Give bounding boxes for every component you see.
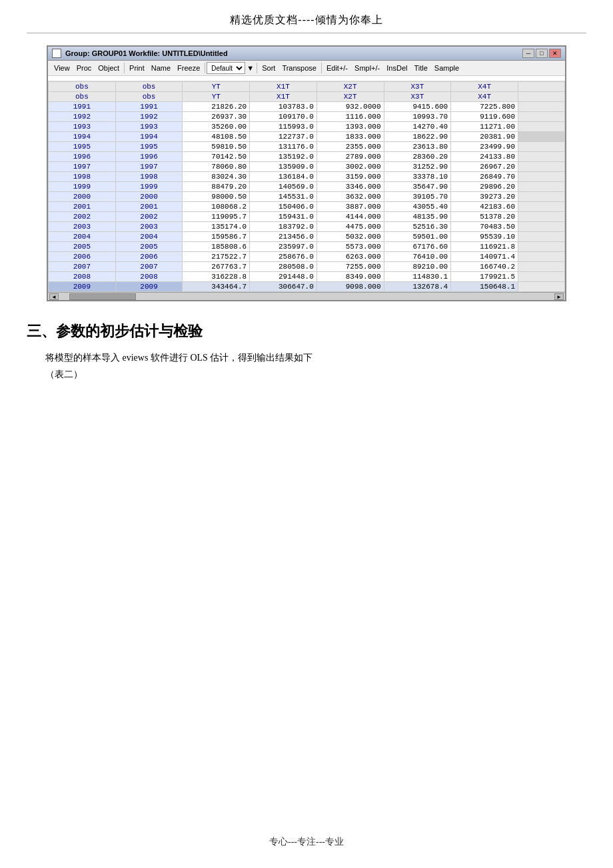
cell-x3t: 67176.60 (384, 242, 451, 252)
cell-x4t: 166740.2 (451, 262, 518, 272)
cell-x3t: 132678.4 (384, 282, 451, 292)
menu-print[interactable]: Print (126, 63, 148, 73)
minimize-button[interactable]: ─ (522, 49, 534, 58)
cell-extra (518, 282, 565, 292)
cell-x1t: 291448.0 (250, 272, 317, 282)
table-row[interactable]: 2008 2008 316228.8 291448.0 8349.000 114… (49, 272, 565, 282)
table-row[interactable]: 2001 2001 108068.2 150406.0 3887.000 430… (49, 202, 565, 212)
table-row[interactable]: 1998 1998 83024.30 136184.0 3159.000 333… (49, 172, 565, 182)
table-row[interactable]: 1991 1991 21826.20 103783.0 932.0000 941… (49, 102, 565, 112)
table-row[interactable]: 1993 1993 35260.00 115993.0 1393.000 142… (49, 122, 565, 132)
cell-extra (518, 122, 565, 132)
window-title: Group: GROUP01 Workfile: UNTITLED\Untitl… (65, 49, 228, 57)
sub-header-x1t: X1T (250, 92, 317, 102)
maximize-button[interactable]: □ (536, 49, 548, 58)
sub-header-yt: YT (183, 92, 250, 102)
menu-transpose[interactable]: Transpose (279, 63, 320, 73)
table-row[interactable]: 2009 2009 343464.7 306647.0 9098.000 132… (49, 282, 565, 292)
cell-x4t: 9119.600 (451, 112, 518, 122)
cell-obs1: 1994 (49, 132, 116, 142)
col-header-obs2: obs (115, 82, 183, 92)
cell-obs2: 1992 (115, 112, 183, 122)
table-row[interactable]: 1996 1996 70142.50 135192.0 2789.000 283… (49, 152, 565, 162)
cell-x2t: 9098.000 (316, 282, 384, 292)
cell-obs2: 1998 (115, 172, 183, 182)
cell-extra (518, 212, 565, 222)
cell-x1t: 235997.0 (250, 242, 317, 252)
close-button[interactable]: ✕ (549, 49, 561, 58)
cell-x4t: 39273.20 (451, 192, 518, 202)
cell-x1t: 131176.0 (250, 142, 317, 152)
title-bar: Group: GROUP01 Workfile: UNTITLED\Untitl… (48, 47, 565, 61)
cell-extra (518, 132, 565, 142)
menu-sort[interactable]: Sort (259, 63, 279, 73)
menu-sample[interactable]: Sample (431, 63, 462, 73)
menu-edit[interactable]: Edit+/- (323, 63, 351, 73)
cell-obs1: 1997 (49, 162, 116, 172)
sub-header-obs1: obs (49, 92, 116, 102)
table-row[interactable]: 1997 1997 78060.80 135909.0 3002.000 312… (49, 162, 565, 172)
cell-extra (518, 232, 565, 242)
table-row[interactable]: 1995 1995 59810.50 131176.0 2355.000 236… (49, 142, 565, 152)
cell-x4t: 23499.90 (451, 142, 518, 152)
cell-x1t: 183792.0 (250, 222, 317, 232)
cell-x1t: 159431.0 (250, 212, 317, 222)
cell-obs2: 1993 (115, 122, 183, 132)
table-row[interactable]: 1999 1999 88479.20 140569.0 3346.000 356… (49, 182, 565, 192)
cell-x3t: 18622.90 (384, 132, 451, 142)
cell-x2t: 3887.000 (316, 202, 384, 212)
table-row[interactable]: 2002 2002 119095.7 159431.0 4144.000 481… (49, 212, 565, 222)
cell-x1t: 280508.0 (250, 262, 317, 272)
cell-x4t: 116921.8 (451, 242, 518, 252)
cell-obs1: 2005 (49, 242, 116, 252)
cell-x2t: 4475.000 (316, 222, 384, 232)
cell-yt: 159586.7 (183, 232, 250, 242)
cell-x4t: 95539.10 (451, 232, 518, 242)
menu-insdel[interactable]: InsDel (383, 63, 410, 73)
menu-view[interactable]: View (51, 63, 73, 73)
col-header-x2t: X2T (316, 82, 384, 92)
cell-obs1: 2001 (49, 202, 116, 212)
table-row[interactable]: 2004 2004 159586.7 213456.0 5032.000 595… (49, 232, 565, 242)
cell-x1t: 150406.0 (250, 202, 317, 212)
cell-extra (518, 142, 565, 152)
table-row[interactable]: 2000 2000 98000.50 145531.0 3632.000 391… (49, 192, 565, 202)
default-dropdown[interactable]: Default (207, 62, 245, 74)
cell-yt: 217522.7 (183, 252, 250, 262)
cell-x1t: 115993.0 (250, 122, 317, 132)
cell-x4t: 29896.20 (451, 182, 518, 192)
cell-x4t: 70483.50 (451, 222, 518, 232)
page-header: 精选优质文档----倾情为你奉上 (27, 13, 586, 33)
cell-extra (518, 192, 565, 202)
cell-x2t: 4144.000 (316, 212, 384, 222)
cell-obs1: 2009 (49, 282, 116, 292)
cell-obs2: 1996 (115, 152, 183, 162)
menu-freeze[interactable]: Freeze (174, 63, 203, 73)
menu-proc[interactable]: Proc (73, 63, 95, 73)
menu-object[interactable]: Object (95, 63, 123, 73)
cell-x1t: 122737.0 (250, 132, 317, 142)
menu-smpl[interactable]: Smpl+/- (351, 63, 383, 73)
table-row[interactable]: 1992 1992 26937.30 109170.0 1116.000 109… (49, 112, 565, 122)
cell-x3t: 76410.00 (384, 252, 451, 262)
cell-obs2: 2009 (115, 282, 183, 292)
menu-name[interactable]: Name (148, 63, 174, 73)
scrollbar-horizontal[interactable]: ◄ ► (48, 292, 565, 300)
table-row[interactable]: 1994 1994 48108.50 122737.0 1833.000 186… (49, 132, 565, 142)
table-row[interactable]: 2007 2007 267763.7 280508.0 7255.000 892… (49, 262, 565, 272)
cell-extra (518, 152, 565, 162)
table-row[interactable]: 2003 2003 135174.0 183792.0 4475.000 525… (49, 222, 565, 232)
cell-x2t: 3159.000 (316, 172, 384, 182)
cell-extra (518, 112, 565, 122)
cell-yt: 59810.50 (183, 142, 250, 152)
cell-x1t: 306647.0 (250, 282, 317, 292)
cell-x1t: 109170.0 (250, 112, 317, 122)
cell-x3t: 48135.90 (384, 212, 451, 222)
cell-x4t: 42183.60 (451, 202, 518, 212)
cell-yt: 21826.20 (183, 102, 250, 112)
cell-x1t: 213456.0 (250, 232, 317, 242)
scrollbar-thumb[interactable] (69, 293, 136, 300)
table-row[interactable]: 2005 2005 185808.6 235997.0 5573.000 671… (49, 242, 565, 252)
table-row[interactable]: 2006 2006 217522.7 258676.0 6263.000 764… (49, 252, 565, 262)
menu-title[interactable]: Title (410, 63, 430, 73)
